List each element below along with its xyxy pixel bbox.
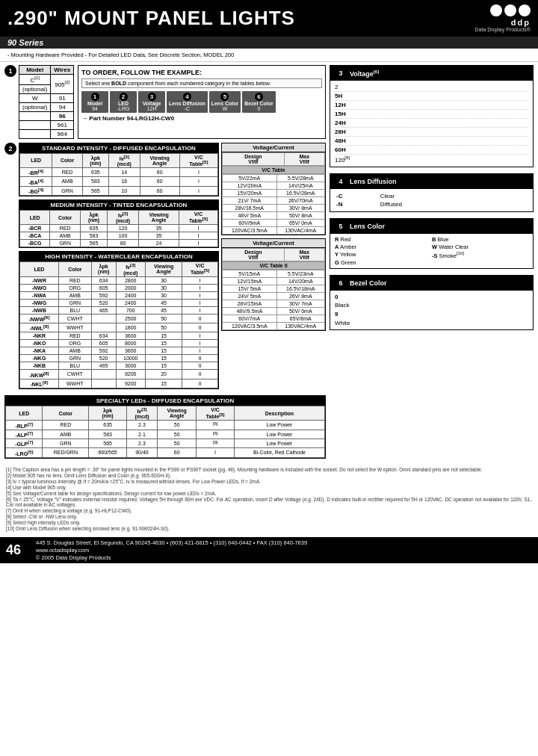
- vc2-r3m: 16.5V/18mA: [276, 285, 324, 292]
- std-row2-led: -BA[4]: [20, 177, 52, 186]
- std-encap-header: STANDARD INTENSITY - DIFFUSED ENCAPSULAT…: [19, 143, 218, 153]
- v-120: 120[9]: [335, 155, 528, 164]
- h3-led: -NWA: [20, 291, 59, 299]
- h2-angle: 30: [145, 284, 182, 291]
- h3-angle: 30: [145, 291, 182, 299]
- vc2-design-header: DesignVf/If: [223, 248, 285, 261]
- h2-led: -NWO: [20, 284, 59, 291]
- lens-color-title: Lens Color: [350, 223, 385, 230]
- v-15h: 15H: [335, 110, 528, 119]
- h8-lpk: 634: [91, 332, 116, 340]
- mounting-note: - Mounting Hardware Provided - For Detai…: [0, 49, 538, 62]
- med-row1-vc: I: [179, 225, 218, 232]
- h10-led: -NKA: [20, 347, 59, 355]
- v-24h: 24H: [335, 119, 528, 128]
- footer-website: www.octadisplay.com: [36, 547, 307, 554]
- std-row3-lpk: 565: [82, 186, 108, 195]
- h2-vc: I: [182, 284, 218, 291]
- bezel-9-name: White: [335, 319, 528, 327]
- std-row2-lpk: 583: [82, 177, 108, 186]
- vc1-r3d: 15V/20mA: [223, 189, 277, 196]
- spec-r3-led: -GLP[7]: [6, 439, 43, 447]
- spec-r4-angle: 60: [157, 448, 196, 457]
- std-row1-lpk: 635: [82, 167, 108, 176]
- model-wopt: (optional): [19, 102, 51, 111]
- med-row2-angle: 35: [139, 232, 179, 240]
- h2-iv: 2000: [116, 284, 145, 291]
- cat-voltage: 3 Voltage 12H: [138, 91, 165, 113]
- lc-g: G Green: [335, 259, 431, 266]
- arrow-symbol: →: [81, 115, 87, 122]
- vc2-r2d: 12V/15mA: [223, 277, 277, 285]
- h12-angle: 15: [145, 362, 182, 370]
- note-4: [4] Use with Model 905 only.: [6, 485, 532, 490]
- h7-color: WWHT: [58, 323, 91, 332]
- spec-r1-lpk: 635: [89, 421, 127, 430]
- note-9: [9] Select high intensity LEDs only.: [6, 520, 532, 525]
- std-row2-iv: 16: [109, 177, 140, 186]
- vc2-r4m: 26V/ 8mA: [276, 292, 324, 300]
- h12-lpk: 465: [91, 362, 116, 370]
- note-2: [2] Model 905 has no lens. Omit Lens Dif…: [6, 473, 532, 478]
- h1-lpk: 634: [91, 276, 116, 284]
- select-note: Select one BOLD component from each numb…: [81, 78, 322, 88]
- vc2-r4d: 24V/ 5mA: [223, 292, 277, 300]
- med-row3-led: -BCG: [20, 240, 50, 247]
- h7-vc: II: [182, 323, 218, 332]
- note-3: [3] Iv = typical luminous intensity @ If…: [6, 479, 532, 484]
- h12-iv: 3000: [116, 362, 145, 370]
- h4-angle: 45: [145, 299, 182, 306]
- h5-angle: 45: [145, 306, 182, 314]
- vc1-r4d: 21V/ 7mA: [223, 196, 277, 204]
- note-6: [6] Ta = 25°C. Voltage "V" indicates ext…: [6, 497, 532, 507]
- order-section: TO ORDER, FOLLOW THE EXAMPLE: Select one…: [78, 65, 326, 139]
- cat-voltage-label: Voltage: [140, 101, 163, 106]
- high-led-table: LED Color λpk(nm) Iv[3](mcd) ViewingAngl…: [19, 261, 218, 388]
- cat-bezel-val: 0: [244, 106, 273, 111]
- h3-color: AMB: [58, 291, 91, 299]
- spec-r4-lpk: 660/565: [89, 448, 127, 457]
- h14-angle: 15: [145, 379, 182, 388]
- wires-905: 905[2]: [51, 75, 74, 94]
- std-row2-angle: 60: [140, 177, 179, 186]
- med-col-lpk: λpk(nm): [81, 210, 108, 224]
- note-10: [10] Omit Lens Diffusion when selecting …: [6, 526, 532, 531]
- vc1-data: DesignVf/If MaxVf/If: [222, 152, 325, 166]
- std-row2-color: AMB: [52, 177, 82, 186]
- vc1-r5m: 30V/ 8mA: [276, 204, 324, 211]
- h4-lpk: 520: [91, 299, 116, 306]
- std-led-table: LED Color λpk(nm) Iv[3](mcd) ViewingAngl…: [19, 153, 218, 196]
- vc2-r1d: 5V/15mA: [223, 270, 277, 277]
- model-header: Model: [19, 66, 51, 75]
- vc2-r8m: 130VAC/4mA: [276, 322, 324, 329]
- std-col-color: Color: [52, 153, 82, 167]
- lens-color-header: 5 Lens Color: [330, 219, 533, 234]
- part-number-display: → Part Number 94-LRG12H-CW0: [81, 115, 322, 122]
- h12-color: BLU: [58, 362, 91, 370]
- bezel-color-body: 0 Black 9 White: [330, 291, 533, 329]
- vc1-rows: 5V/22mA5.5V/28mA 12V/20mA14V/25mA 15V/20…: [222, 174, 325, 235]
- high-col-lpk: λpk(nm): [91, 262, 116, 276]
- std-col-angle: ViewingAngle: [140, 153, 179, 167]
- specialty-header: SPECIALTY LEDs - DIFFUSED ENCAPSULATION: [5, 396, 325, 406]
- h9-color: ORG: [58, 340, 91, 347]
- ld-n-name: Diffused: [380, 201, 527, 208]
- vc2-r7d: 60V/7mA: [223, 315, 277, 322]
- cat-lenscolor-label: Lens Color: [211, 101, 239, 106]
- med-row2-iv: 100: [107, 232, 138, 240]
- v-5h: 5H: [335, 92, 528, 101]
- std-col-lpk: λpk(nm): [82, 153, 108, 167]
- vc1-r3m: 16.5V/28mA: [276, 189, 324, 196]
- h14-lpk: [91, 379, 116, 388]
- model-w: W: [19, 93, 51, 102]
- note-1: [1] The Caption area has a pin length = …: [6, 467, 532, 472]
- high-col-vc: V/CTable[5]: [182, 262, 218, 276]
- std-row3-color: GRN: [52, 186, 82, 195]
- med-row1-angle: 35: [139, 225, 179, 232]
- voltage-num: 3: [335, 67, 347, 79]
- spec-col-iv: Iv[3](mcd): [126, 406, 157, 420]
- vc-table1: Voltage/Current DesignVf/If MaxVf/If V/C…: [221, 143, 326, 235]
- vc1-r4m: 26V/70mA: [276, 196, 324, 204]
- h5-lpk: 465: [91, 306, 116, 314]
- section-num-1: 1: [4, 65, 16, 77]
